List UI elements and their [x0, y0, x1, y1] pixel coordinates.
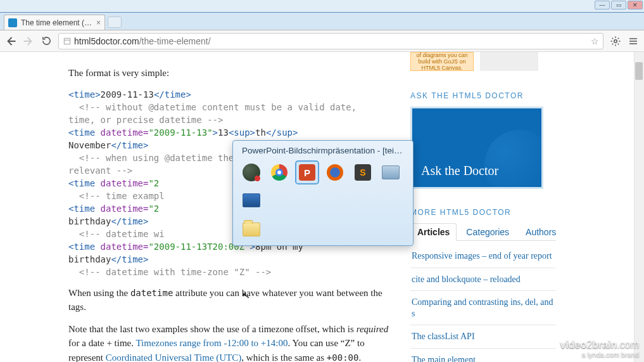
article-list: Responsive images – end of year report c…: [410, 245, 556, 362]
paragraph-timezone: Note that the last two examples show the…: [68, 322, 391, 363]
emphasis-required: required: [357, 324, 389, 334]
sublime-icon: S: [355, 164, 371, 181]
list-item[interactable]: The classList API: [410, 325, 556, 349]
arrow-left-icon: [5, 36, 16, 47]
window-maximize-button[interactable]: ▭: [611, 1, 626, 10]
desktop-icon: [243, 193, 260, 207]
menu-button[interactable]: [628, 36, 639, 47]
inline-code-datetime: datetime: [130, 288, 173, 298]
inline-code-offset: +00:00: [327, 352, 359, 363]
task-icon-desktop[interactable]: [241, 190, 262, 211]
intro-paragraph: The format is very simple:: [68, 66, 391, 81]
bookmark-star-icon[interactable]: ☆: [591, 36, 599, 46]
record-icon: [243, 164, 260, 181]
task-icon-notepad[interactable]: [380, 162, 401, 183]
firefox-icon: [327, 164, 343, 181]
ad-placeholder[interactable]: [480, 52, 538, 71]
ad-gojs[interactable]: of diagrams you can build with GoJS on H…: [410, 52, 474, 71]
task-icon-sublime[interactable]: S: [352, 162, 374, 183]
favicon-icon: [8, 18, 17, 27]
new-tab-button[interactable]: [108, 16, 122, 28]
list-item[interactable]: cite and blockquote – reloaded: [410, 268, 556, 292]
reload-button[interactable]: [41, 36, 52, 47]
heading-more-doctor: MORE HTML5 DOCTOR: [410, 208, 556, 217]
list-item[interactable]: Comparing and contrasting ins, del, and …: [410, 291, 556, 325]
settings-button[interactable]: [610, 36, 621, 47]
right-gutter: [556, 52, 644, 362]
window-titlebar: — ▭ ✕: [0, 0, 644, 13]
ask-the-doctor-banner[interactable]: Ask the Doctor: [410, 107, 543, 189]
task-icon-chrome[interactable]: [268, 162, 290, 183]
scrollbar-thumb[interactable]: [635, 62, 643, 80]
ask-banner-text: Ask the Doctor: [421, 164, 498, 178]
reload-icon: [41, 36, 52, 46]
tab-articles[interactable]: Articles: [410, 223, 457, 241]
watermark: video2brain.com a lynda.com brand: [560, 339, 640, 358]
browser-toolbar: html5doctor.com/the-time-element/ ☆: [0, 30, 644, 52]
back-button[interactable]: [5, 36, 16, 47]
link-utc[interactable]: Coordinated Universal Time (UTC): [106, 352, 242, 363]
link-timezone-range[interactable]: Timezones range from -12:00 to +14:00: [136, 338, 287, 348]
browser-tab-active[interactable]: The time element (and mi… ×: [4, 15, 105, 30]
chrome-icon: [271, 164, 287, 181]
task-icon-powerpoint[interactable]: P: [296, 162, 318, 183]
url-path: /the-time-element/: [139, 36, 211, 46]
address-bar[interactable]: html5doctor.com/the-time-element/ ☆: [58, 33, 603, 49]
paragraph-datetime: When using the datetime attribute you ca…: [68, 286, 391, 314]
task-icon-explorer[interactable]: [241, 219, 262, 240]
left-gutter: [0, 52, 68, 362]
window-minimize-button[interactable]: —: [595, 1, 610, 10]
tab-categories[interactable]: Categories: [459, 223, 516, 241]
gear-icon: [610, 36, 621, 47]
notepad-icon: [382, 165, 400, 179]
svg-point-0: [614, 39, 617, 42]
tab-title: The time element (and mi…: [21, 18, 94, 27]
scrollbar-track[interactable]: [634, 52, 644, 362]
forward-button[interactable]: [23, 36, 34, 47]
arrow-right-icon: [23, 36, 34, 47]
powerpoint-icon: P: [299, 164, 315, 181]
list-item[interactable]: Responsive images – end of year report: [410, 245, 556, 268]
sidebar-tabs: Articles Categories Authors: [410, 223, 556, 241]
heading-ask-doctor: ASK THE HTML5 DOCTOR: [410, 91, 556, 100]
hamburger-icon: [628, 36, 638, 46]
site-info-icon[interactable]: [63, 37, 72, 46]
window-close-button[interactable]: ✕: [628, 1, 643, 10]
task-icon-firefox[interactable]: [324, 162, 346, 183]
task-switcher-title: PowerPoint-Bildschirmpräsentation - [tei…: [233, 141, 413, 159]
sidebar: of diagrams you can build with GoJS on H…: [410, 52, 556, 362]
url-domain: html5doctor.com: [74, 36, 139, 46]
folder-icon: [243, 223, 260, 236]
task-icon-recorder[interactable]: [241, 162, 262, 183]
list-item[interactable]: The main element: [410, 349, 556, 363]
browser-tab-strip: The time element (and mi… ×: [0, 13, 644, 30]
task-switcher-overlay: PowerPoint-Bildschirmpräsentation - [tei…: [232, 140, 414, 246]
tab-close-icon[interactable]: ×: [96, 18, 101, 27]
